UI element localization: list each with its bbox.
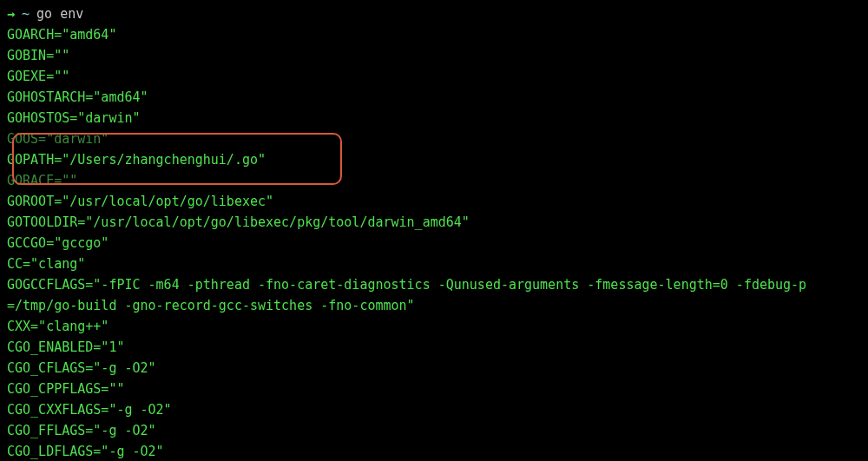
- env-gobin: GOBIN="": [7, 45, 861, 66]
- prompt-line: → ~ go env: [7, 3, 861, 24]
- env-gotooldir: GOTOOLDIR="/usr/local/opt/go/libexec/pkg…: [7, 212, 861, 233]
- prompt-arrow-icon: →: [7, 3, 15, 24]
- env-goexe: GOEXE="": [7, 66, 861, 87]
- env-goarch: GOARCH="amd64": [7, 24, 861, 45]
- env-cgo-cppflags: CGO_CPPFLAGS="": [7, 379, 861, 399]
- env-goos: GOOS="darwin": [7, 128, 861, 149]
- env-gogccflags: GOGCCFLAGS="-fPIC -m64 -pthread -fno-car…: [7, 274, 861, 295]
- env-cgo-cxxflags: CGO_CXXFLAGS="-g -O2": [7, 399, 861, 420]
- env-cgo-fflags: CGO_FFLAGS="-g -O2": [7, 420, 861, 441]
- env-gorace: GORACE="": [7, 170, 861, 191]
- env-cgo-enabled: CGO_ENABLED="1": [7, 337, 861, 358]
- env-gogccflags-cont: =/tmp/go-build -gno-record-gcc-switches …: [7, 295, 861, 316]
- env-gccgo: GCCGO="gccgo": [7, 233, 861, 254]
- env-gohostos: GOHOSTOS="darwin": [7, 108, 861, 128]
- env-cc: CC="clang": [7, 254, 861, 274]
- env-cgo-cflags: CGO_CFLAGS="-g -O2": [7, 358, 861, 379]
- env-gohostarch: GOHOSTARCH="amd64": [7, 87, 861, 108]
- command-text: go env: [36, 3, 83, 24]
- env-cgo-ldflags: CGO_LDFLAGS="-g -O2": [7, 441, 861, 461]
- terminal-output: → ~ go env GOARCH="amd64" GOBIN="" GOEXE…: [7, 3, 861, 461]
- prompt-path: ~: [22, 3, 30, 24]
- env-goroot: GOROOT="/usr/local/opt/go/libexec": [7, 191, 861, 212]
- env-gopath: GOPATH="/Users/zhangchenghui/.go": [7, 149, 861, 170]
- env-cxx: CXX="clang++": [7, 316, 861, 337]
